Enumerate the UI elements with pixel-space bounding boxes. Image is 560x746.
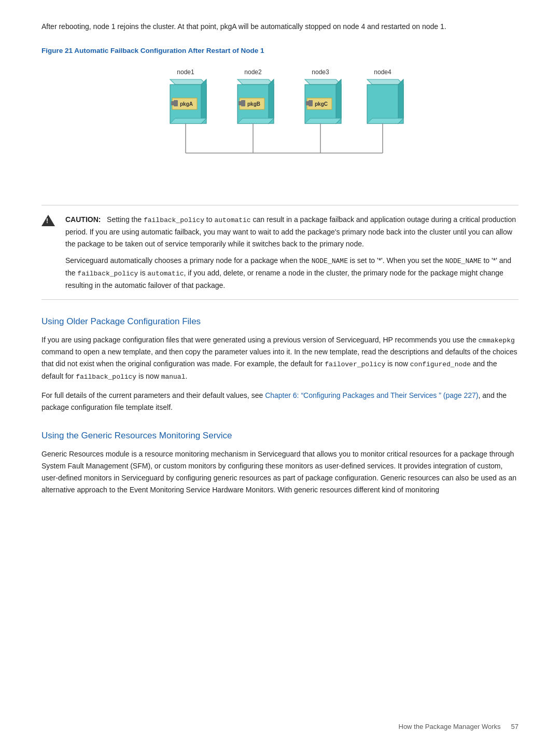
caution-box: CAUTION: Setting the failback_policy to … <box>41 205 519 300</box>
svg-marker-6 <box>201 79 206 123</box>
svg-text:node3: node3 <box>312 68 329 76</box>
section1-heading: Using Older Package Configuration Files <box>41 316 519 327</box>
intro-paragraph: After rebooting, node 1 rejoins the clus… <box>41 21 519 32</box>
section1-para2-before: For full details of the current paramete… <box>41 391 265 399</box>
section2-paragraph1: Generic Resources module is a resource m… <box>41 448 519 496</box>
caution-paragraph1: CAUTION: Setting the failback_policy to … <box>65 214 519 250</box>
svg-rect-18 <box>239 101 242 105</box>
figure-caption: Figure 21 Automatic Failback Configurati… <box>41 47 519 54</box>
section1-link[interactable]: Chapter 6: “Configuring Packages and The… <box>265 391 478 399</box>
svg-marker-4 <box>170 79 206 85</box>
svg-marker-14 <box>269 79 274 123</box>
svg-rect-10 <box>171 101 174 105</box>
footer-page-number: 57 <box>511 723 519 730</box>
svg-text:node4: node4 <box>374 68 391 76</box>
figure-diagram: node1 node2 node3 node4 pkgA pkgB <box>41 65 519 189</box>
svg-text:node1: node1 <box>177 68 194 76</box>
caution-content: CAUTION: Setting the failback_policy to … <box>65 214 519 291</box>
section-generic-resources: Using the Generic Resources Monitoring S… <box>41 431 519 496</box>
svg-text:pkgC: pkgC <box>315 101 328 107</box>
svg-marker-28 <box>367 79 403 85</box>
footer-chapter-title: How the Package Manager Works <box>399 723 501 730</box>
section-older-config: Using Older Package Configuration Files … <box>41 316 519 414</box>
svg-marker-23 <box>305 118 341 123</box>
svg-text:pkgB: pkgB <box>247 101 260 107</box>
svg-marker-20 <box>305 79 341 85</box>
section1-paragraph2: For full details of the current paramete… <box>41 390 519 413</box>
section2-heading: Using the Generic Resources Monitoring S… <box>41 431 519 441</box>
svg-marker-12 <box>237 79 274 85</box>
svg-marker-31 <box>367 118 403 123</box>
caution-label: CAUTION: <box>65 215 101 224</box>
svg-rect-26 <box>306 101 309 105</box>
svg-marker-30 <box>398 79 403 123</box>
svg-text:node2: node2 <box>244 68 262 76</box>
section1-paragraph1: If you are using package configuration f… <box>41 334 519 382</box>
caution-triangle-icon <box>41 214 57 229</box>
svg-marker-7 <box>170 118 206 123</box>
svg-marker-15 <box>237 118 274 123</box>
page-footer: How the Package Manager Works 57 <box>399 723 519 730</box>
svg-marker-22 <box>336 79 341 123</box>
caution-paragraph2: Serviceguard automatically chooses a pri… <box>65 255 519 291</box>
svg-rect-17 <box>241 100 245 106</box>
svg-text:pkgA: pkgA <box>180 101 193 107</box>
svg-rect-9 <box>174 100 178 106</box>
svg-rect-25 <box>309 100 313 106</box>
